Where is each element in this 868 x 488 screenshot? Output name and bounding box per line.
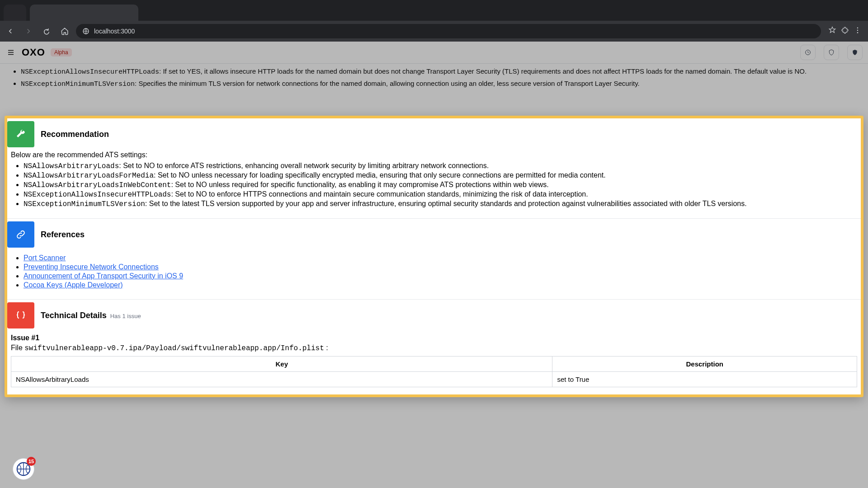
list-item: Preventing Insecure Network Connections xyxy=(24,263,857,271)
reference-link[interactable]: Announcement of App Transport Security i… xyxy=(24,272,183,280)
list-item: NSAllowsArbitraryLoadsForMedia: Set to N… xyxy=(24,171,857,180)
reference-link[interactable]: Cocoa Keys (Apple Developer) xyxy=(24,281,123,289)
recommendation-title: Recommendation xyxy=(41,130,109,139)
svg-point-1 xyxy=(857,28,858,28)
forward-button[interactable] xyxy=(22,24,35,38)
technical-title: Technical DetailsHas 1 issue xyxy=(41,311,141,320)
recommendation-intro: Below are the recommended ATS settings: xyxy=(11,151,857,159)
svg-point-2 xyxy=(857,30,858,31)
browser-toolbar: localhost:3000 xyxy=(0,21,868,42)
svg-point-3 xyxy=(857,32,858,33)
list-item: NSAllowsArbitraryLoadsInWebContent: Set … xyxy=(24,181,857,189)
list-item: Announcement of App Transport Security i… xyxy=(24,272,857,280)
browser-tab-active[interactable] xyxy=(30,5,138,21)
table-header-desc: Description xyxy=(552,357,857,372)
browser-tabstrip xyxy=(0,0,868,21)
site-info-icon[interactable] xyxy=(82,28,90,35)
detail-panel: Recommendation Below are the recommended… xyxy=(5,116,863,397)
recommendation-section: Recommendation Below are the recommended… xyxy=(7,118,861,218)
address-bar[interactable]: localhost:3000 xyxy=(76,24,821,38)
list-item: Port Scanner xyxy=(24,254,857,262)
home-button[interactable] xyxy=(58,24,71,38)
file-path-line: File swiftvulnerableapp-v0.7.ipa/Payload… xyxy=(11,344,857,352)
link-icon xyxy=(7,221,34,248)
extensions-icon[interactable] xyxy=(841,26,849,36)
list-item: NSExceptionMinimumTLSVersion: Set to the… xyxy=(24,200,857,208)
list-item: NSAllowsArbitraryLoads: Set to NO to enf… xyxy=(24,162,857,170)
references-list: Port Scanner Preventing Insecure Network… xyxy=(11,254,857,289)
browser-tab-inactive[interactable] xyxy=(4,5,26,21)
reference-link[interactable]: Port Scanner xyxy=(24,254,66,262)
technical-subtitle: Has 1 issue xyxy=(110,313,141,319)
back-button[interactable] xyxy=(4,24,17,38)
list-item: Cocoa Keys (Apple Developer) xyxy=(24,281,857,289)
menu-icon[interactable] xyxy=(854,26,862,36)
reference-link[interactable]: Preventing Insecure Network Connections xyxy=(24,263,159,271)
code-braces-icon xyxy=(7,302,34,328)
table-cell-key: NSAllowsArbitraryLoads xyxy=(11,372,552,387)
references-section: References Port Scanner Preventing Insec… xyxy=(7,218,861,299)
bookmark-icon[interactable] xyxy=(828,26,836,36)
technical-section: Technical DetailsHas 1 issue Issue #1 Fi… xyxy=(7,299,861,394)
url-text: localhost:3000 xyxy=(94,28,135,35)
assistant-count: 15 xyxy=(27,457,36,466)
reload-button[interactable] xyxy=(40,24,53,38)
recommendation-list: NSAllowsArbitraryLoads: Set to NO to enf… xyxy=(11,162,857,208)
table-header-key: Key xyxy=(11,357,552,372)
table-cell-desc: set to True xyxy=(552,372,857,387)
wrench-icon xyxy=(7,121,34,147)
list-item: NSExceptionAllowsInsecureHTTPLoads: Set … xyxy=(24,190,857,199)
issue-label: Issue #1 xyxy=(11,334,857,342)
technical-table: Key Description NSAllowsArbitraryLoads s… xyxy=(11,356,857,387)
table-row: NSAllowsArbitraryLoads set to True xyxy=(11,372,857,387)
assistant-fab[interactable]: 15 xyxy=(13,458,34,480)
references-title: References xyxy=(41,230,85,239)
